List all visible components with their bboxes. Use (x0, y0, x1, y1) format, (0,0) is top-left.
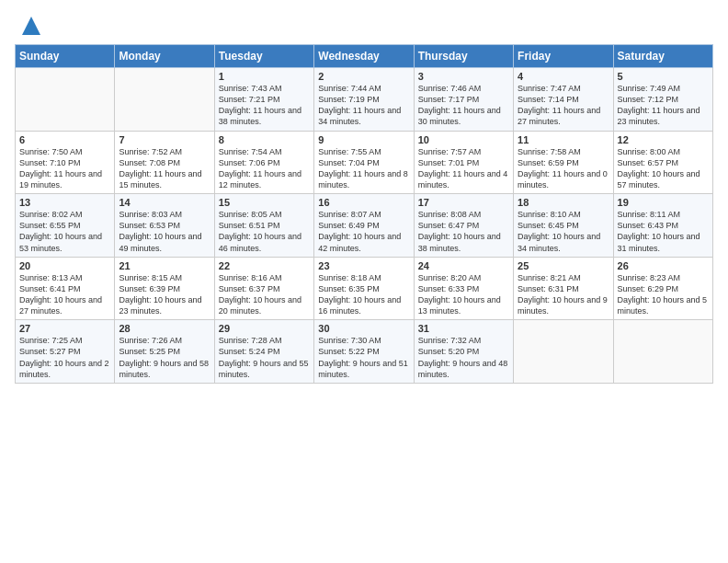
day-info: Sunrise: 7:44 AM Sunset: 7:19 PM Dayligh… (318, 83, 409, 128)
day-info: Sunrise: 7:50 AM Sunset: 7:10 PM Dayligh… (19, 146, 110, 191)
day-info: Sunrise: 7:43 AM Sunset: 7:21 PM Dayligh… (219, 83, 310, 128)
weekday-thursday: Thursday (414, 45, 513, 68)
day-info: Sunrise: 8:16 AM Sunset: 6:37 PM Dayligh… (219, 272, 310, 317)
day-number: 25 (518, 260, 609, 271)
weekday-sunday: Sunday (16, 45, 115, 68)
day-info: Sunrise: 7:30 AM Sunset: 5:22 PM Dayligh… (318, 335, 409, 380)
header (15, 9, 713, 39)
day-info: Sunrise: 8:13 AM Sunset: 6:41 PM Dayligh… (19, 272, 110, 317)
day-cell: 27Sunrise: 7:25 AM Sunset: 5:27 PM Dayli… (16, 320, 115, 384)
day-number: 30 (318, 323, 409, 334)
day-info: Sunrise: 8:08 AM Sunset: 6:47 PM Dayligh… (418, 209, 509, 254)
day-info: Sunrise: 8:00 AM Sunset: 6:57 PM Dayligh… (618, 146, 709, 191)
weekday-friday: Friday (514, 45, 613, 68)
day-info: Sunrise: 7:58 AM Sunset: 6:59 PM Dayligh… (518, 146, 609, 191)
day-info: Sunrise: 8:05 AM Sunset: 6:51 PM Dayligh… (219, 209, 310, 254)
weekday-header-row: SundayMondayTuesdayWednesdayThursdayFrid… (16, 45, 713, 68)
day-cell: 31Sunrise: 7:32 AM Sunset: 5:20 PM Dayli… (414, 320, 513, 384)
day-cell: 18Sunrise: 8:10 AM Sunset: 6:45 PM Dayli… (514, 194, 613, 258)
day-number: 31 (418, 323, 509, 334)
day-cell: 20Sunrise: 8:13 AM Sunset: 6:41 PM Dayli… (16, 257, 115, 320)
day-number: 10 (418, 134, 509, 145)
day-cell: 29Sunrise: 7:28 AM Sunset: 5:24 PM Dayli… (214, 320, 313, 384)
day-info: Sunrise: 7:49 AM Sunset: 7:12 PM Dayligh… (618, 83, 709, 128)
day-number: 26 (618, 260, 709, 271)
day-info: Sunrise: 8:02 AM Sunset: 6:55 PM Dayligh… (19, 209, 110, 254)
day-cell: 17Sunrise: 8:08 AM Sunset: 6:47 PM Dayli… (414, 194, 513, 258)
day-number: 24 (418, 260, 509, 271)
day-cell: 2Sunrise: 7:44 AM Sunset: 7:19 PM Daylig… (314, 68, 414, 132)
day-info: Sunrise: 7:57 AM Sunset: 7:01 PM Dayligh… (418, 146, 509, 191)
day-cell: 14Sunrise: 8:03 AM Sunset: 6:53 PM Dayli… (115, 194, 214, 258)
day-number: 2 (318, 71, 409, 82)
day-cell: 30Sunrise: 7:30 AM Sunset: 5:22 PM Dayli… (314, 320, 414, 384)
day-info: Sunrise: 8:15 AM Sunset: 6:39 PM Dayligh… (119, 272, 210, 317)
day-info: Sunrise: 8:03 AM Sunset: 6:53 PM Dayligh… (119, 209, 210, 254)
day-cell: 23Sunrise: 8:18 AM Sunset: 6:35 PM Dayli… (314, 257, 414, 320)
day-number: 29 (219, 323, 310, 334)
day-number: 16 (318, 197, 409, 208)
week-row-4: 20Sunrise: 8:13 AM Sunset: 6:41 PM Dayli… (16, 257, 713, 320)
day-cell: 9Sunrise: 7:55 AM Sunset: 7:04 PM Daylig… (314, 131, 414, 194)
day-cell: 11Sunrise: 7:58 AM Sunset: 6:59 PM Dayli… (514, 131, 613, 194)
day-number: 28 (119, 323, 210, 334)
day-number: 14 (119, 197, 210, 208)
day-number: 4 (518, 71, 609, 82)
day-number: 7 (119, 134, 210, 145)
day-info: Sunrise: 8:23 AM Sunset: 6:29 PM Dayligh… (618, 272, 709, 317)
day-number: 6 (19, 134, 110, 145)
weekday-monday: Monday (115, 45, 214, 68)
day-number: 27 (19, 323, 110, 334)
day-cell: 10Sunrise: 7:57 AM Sunset: 7:01 PM Dayli… (414, 131, 513, 194)
day-cell: 5Sunrise: 7:49 AM Sunset: 7:12 PM Daylig… (613, 68, 712, 132)
day-info: Sunrise: 8:18 AM Sunset: 6:35 PM Dayligh… (318, 272, 409, 317)
day-cell: 16Sunrise: 8:07 AM Sunset: 6:49 PM Dayli… (314, 194, 414, 258)
day-number: 23 (318, 260, 409, 271)
day-cell: 24Sunrise: 8:20 AM Sunset: 6:33 PM Dayli… (414, 257, 513, 320)
day-cell: 12Sunrise: 8:00 AM Sunset: 6:57 PM Dayli… (613, 131, 712, 194)
day-info: Sunrise: 8:21 AM Sunset: 6:31 PM Dayligh… (518, 272, 609, 317)
calendar-table: SundayMondayTuesdayWednesdayThursdayFrid… (15, 44, 713, 384)
day-cell (613, 320, 712, 384)
day-cell: 3Sunrise: 7:46 AM Sunset: 7:17 PM Daylig… (414, 68, 513, 132)
day-cell: 26Sunrise: 8:23 AM Sunset: 6:29 PM Dayli… (613, 257, 712, 320)
day-info: Sunrise: 8:20 AM Sunset: 6:33 PM Dayligh… (418, 272, 509, 317)
weekday-wednesday: Wednesday (314, 45, 414, 68)
day-cell: 19Sunrise: 8:11 AM Sunset: 6:43 PM Dayli… (613, 194, 712, 258)
logo-icon (18, 13, 44, 39)
day-number: 21 (119, 260, 210, 271)
day-number: 9 (318, 134, 409, 145)
day-cell: 8Sunrise: 7:54 AM Sunset: 7:06 PM Daylig… (214, 131, 313, 194)
day-info: Sunrise: 7:26 AM Sunset: 5:25 PM Dayligh… (119, 335, 210, 380)
day-cell: 15Sunrise: 8:05 AM Sunset: 6:51 PM Dayli… (214, 194, 313, 258)
day-number: 17 (418, 197, 509, 208)
calendar-page: SundayMondayTuesdayWednesdayThursdayFrid… (0, 0, 728, 563)
day-number: 11 (518, 134, 609, 145)
day-cell: 28Sunrise: 7:26 AM Sunset: 5:25 PM Dayli… (115, 320, 214, 384)
day-info: Sunrise: 7:54 AM Sunset: 7:06 PM Dayligh… (219, 146, 310, 191)
week-row-1: 1Sunrise: 7:43 AM Sunset: 7:21 PM Daylig… (16, 68, 713, 132)
day-info: Sunrise: 7:28 AM Sunset: 5:24 PM Dayligh… (219, 335, 310, 380)
day-info: Sunrise: 7:46 AM Sunset: 7:17 PM Dayligh… (418, 83, 509, 128)
day-cell: 22Sunrise: 8:16 AM Sunset: 6:37 PM Dayli… (214, 257, 313, 320)
day-info: Sunrise: 7:47 AM Sunset: 7:14 PM Dayligh… (518, 83, 609, 128)
day-number: 12 (618, 134, 709, 145)
day-cell: 25Sunrise: 8:21 AM Sunset: 6:31 PM Dayli… (514, 257, 613, 320)
day-info: Sunrise: 8:10 AM Sunset: 6:45 PM Dayligh… (518, 209, 609, 254)
day-number: 8 (219, 134, 310, 145)
day-cell (115, 68, 214, 132)
day-number: 5 (618, 71, 709, 82)
day-number: 3 (418, 71, 509, 82)
day-number: 22 (219, 260, 310, 271)
weekday-tuesday: Tuesday (214, 45, 313, 68)
day-number: 13 (19, 197, 110, 208)
day-info: Sunrise: 7:52 AM Sunset: 7:08 PM Dayligh… (119, 146, 210, 191)
logo (15, 13, 44, 39)
day-number: 20 (19, 260, 110, 271)
week-row-5: 27Sunrise: 7:25 AM Sunset: 5:27 PM Dayli… (16, 320, 713, 384)
day-number: 19 (618, 197, 709, 208)
day-cell: 21Sunrise: 8:15 AM Sunset: 6:39 PM Dayli… (115, 257, 214, 320)
week-row-3: 13Sunrise: 8:02 AM Sunset: 6:55 PM Dayli… (16, 194, 713, 258)
day-cell (514, 320, 613, 384)
day-cell: 1Sunrise: 7:43 AM Sunset: 7:21 PM Daylig… (214, 68, 313, 132)
